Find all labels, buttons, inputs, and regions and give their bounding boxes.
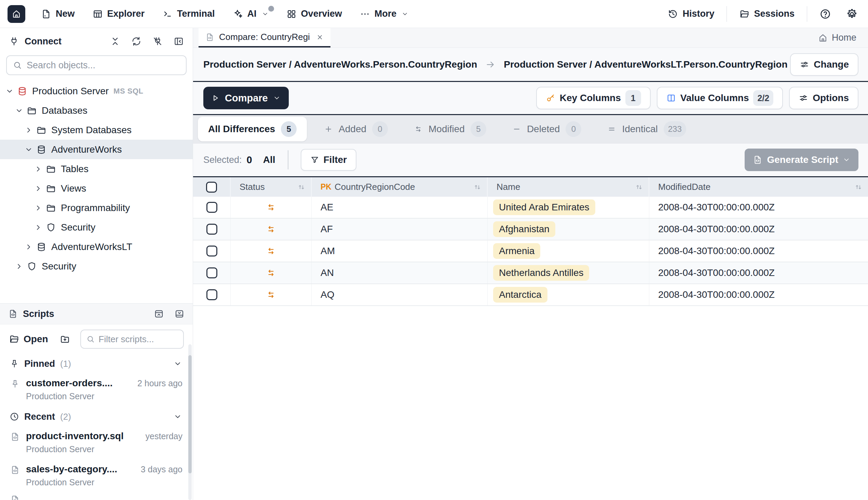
sidebar-action-button[interactable] — [153, 36, 163, 46]
chevron-right-icon[interactable] — [25, 126, 33, 134]
home-link[interactable]: Home — [818, 28, 868, 47]
generate-script-button[interactable]: Generate Script — [745, 149, 858, 171]
topbar-nav-item[interactable]: Explorer — [93, 9, 145, 19]
diff-filter-tabs: All Differences 5 Added 0 Modified 5 — [193, 115, 868, 144]
sessions-button[interactable]: Sessions — [739, 9, 794, 19]
layout: Connect Search objects... — [0, 28, 868, 500]
select-all-checkbox[interactable] — [206, 182, 217, 193]
history-label: History — [682, 9, 714, 19]
script-item[interactable]: customer-orders.... 2 hours ago Producti… — [0, 374, 193, 407]
select-all-button[interactable]: All — [263, 155, 276, 165]
change-button[interactable]: Change — [790, 53, 858, 76]
chevron-down-icon[interactable] — [174, 412, 182, 421]
close-icon[interactable] — [316, 33, 324, 41]
filter-scripts-input[interactable]: Filter scripts... — [80, 330, 184, 349]
tree-item[interactable]: Security — [0, 257, 193, 276]
folder-plus-icon — [60, 334, 70, 344]
sort-icon[interactable] — [473, 183, 481, 191]
row-checkbox[interactable] — [207, 289, 217, 300]
filter-button[interactable]: Filter — [301, 149, 356, 171]
tree-item[interactable]: System Databases — [0, 120, 193, 140]
tree-item[interactable]: Databases — [0, 101, 193, 120]
tree-item[interactable]: Security — [0, 218, 193, 237]
sort-icon[interactable] — [854, 183, 863, 191]
row-checkbox[interactable] — [207, 202, 217, 213]
chevron-right-icon[interactable] — [34, 184, 42, 193]
script-item[interactable]: product-inventory.sql yesterday Producti… — [0, 427, 193, 460]
chevron-down-icon[interactable] — [5, 87, 14, 95]
sidebar-scrollbar-thumb[interactable] — [188, 355, 192, 473]
table-row[interactable]: AF Afghanistan 2008-04-30T00:00:00.000Z — [193, 219, 868, 240]
chevron-right-icon[interactable] — [15, 262, 23, 271]
history-button[interactable]: History — [668, 9, 714, 19]
cell-countryregioncode: AN — [312, 262, 488, 283]
sort-icon[interactable] — [297, 183, 305, 191]
row-checkbox[interactable] — [207, 224, 217, 235]
pin-icon — [10, 359, 19, 368]
script-name: sales-by-category.... — [26, 464, 117, 475]
chevron-down-icon[interactable] — [174, 360, 182, 368]
compare-button[interactable]: Compare — [203, 87, 289, 109]
sidebar-action-button[interactable] — [131, 36, 142, 46]
mssql-server-icon — [17, 86, 27, 96]
chevron-right-icon[interactable] — [34, 223, 42, 231]
table-row[interactable]: AM Armenia 2008-04-30T00:00:00.000Z — [193, 240, 868, 262]
table-header: Status PK CountryRegionCode Name Modifie… — [193, 176, 868, 197]
selected-count: 0 — [247, 155, 252, 166]
diff-filter-tab[interactable]: Identical 233 — [598, 117, 695, 141]
tree-item[interactable]: Tables — [0, 159, 193, 179]
help-button[interactable] — [820, 8, 831, 20]
diff-filter-tab[interactable]: Added 0 — [315, 117, 397, 141]
sidebar-action-button[interactable] — [110, 36, 120, 46]
key-columns-button[interactable]: Key Columns 1 — [536, 87, 651, 109]
value-columns-button[interactable]: Value Columns 2/2 — [657, 87, 783, 109]
scripts-panel-button[interactable] — [174, 309, 185, 319]
home-button[interactable] — [8, 5, 25, 23]
open-script-button[interactable]: Open — [9, 334, 48, 344]
sidebar-action-button[interactable] — [174, 36, 184, 46]
tree-item[interactable]: AdventureWorksLT — [0, 237, 193, 257]
sort-icon[interactable] — [635, 183, 643, 191]
row-checkbox[interactable] — [207, 246, 217, 257]
tab-compare[interactable]: Compare: CountryRegi — [199, 28, 331, 47]
options-button[interactable]: Options — [789, 87, 858, 109]
column-header-countryregioncode[interactable]: PK CountryRegionCode — [312, 177, 488, 197]
topbar-nav-item[interactable]: AI — [233, 9, 269, 19]
section-count: (1) — [60, 359, 71, 369]
settings-button[interactable] — [846, 8, 858, 20]
diff-filter-tab[interactable]: All Differences 5 — [198, 117, 307, 141]
topbar-nav-item[interactable]: Terminal — [162, 9, 215, 19]
column-header-modifieddate[interactable]: ModifiedDate — [649, 177, 868, 197]
table-row[interactable]: AE United Arab Emirates 2008-04-30T00:00… — [193, 197, 868, 219]
tree-item[interactable]: Production Server MS SQL — [0, 81, 193, 101]
table-row[interactable]: AQ Antarctica 2008-04-30T00:00:00.000Z — [193, 284, 868, 306]
diff-filter-tab[interactable]: Modified 5 — [405, 117, 495, 141]
topbar-nav-item[interactable]: New — [41, 9, 75, 19]
script-item[interactable]: sales-by-category.... 3 days ago Product… — [0, 460, 193, 493]
chevron-right-icon[interactable] — [25, 243, 33, 251]
topbar-nav-item[interactable]: More — [360, 9, 409, 19]
tree-item[interactable]: Programmability — [0, 198, 193, 218]
scripts-panel-button[interactable] — [154, 309, 164, 319]
new-folder-button[interactable] — [60, 334, 70, 344]
row-checkbox[interactable] — [207, 268, 217, 279]
folder-open-icon — [9, 334, 19, 344]
chevron-down-icon[interactable] — [25, 146, 33, 154]
tree-item[interactable]: Views — [0, 179, 193, 198]
topbar-nav-item[interactable]: Overview — [286, 9, 342, 19]
section-label: Pinned — [24, 359, 55, 369]
tree-item[interactable]: AdventureWorks — [0, 140, 193, 159]
chevron-right-icon[interactable] — [34, 165, 42, 173]
chevron-right-icon[interactable] — [34, 204, 42, 212]
chevron-down-icon[interactable] — [15, 106, 23, 115]
diff-filter-tab[interactable]: Deleted 0 — [503, 117, 590, 141]
scripts-section-header[interactable]: Pinned (1) — [0, 354, 193, 374]
cell-name-highlighted: Armenia — [493, 243, 540, 259]
cell-modifieddate: 2008-04-30T00:00:00.000Z — [649, 219, 868, 240]
column-header-status[interactable]: Status — [231, 177, 312, 197]
scripts-section-header[interactable]: Recent (2) — [0, 407, 193, 427]
column-header-name[interactable]: Name — [488, 177, 649, 197]
table-row[interactable]: AN Netherlands Antilles 2008-04-30T00:00… — [193, 262, 868, 284]
search-objects-input[interactable]: Search objects... — [6, 55, 187, 75]
table-action-row: Selected: 0 All Filter Generate Script — [193, 144, 868, 176]
